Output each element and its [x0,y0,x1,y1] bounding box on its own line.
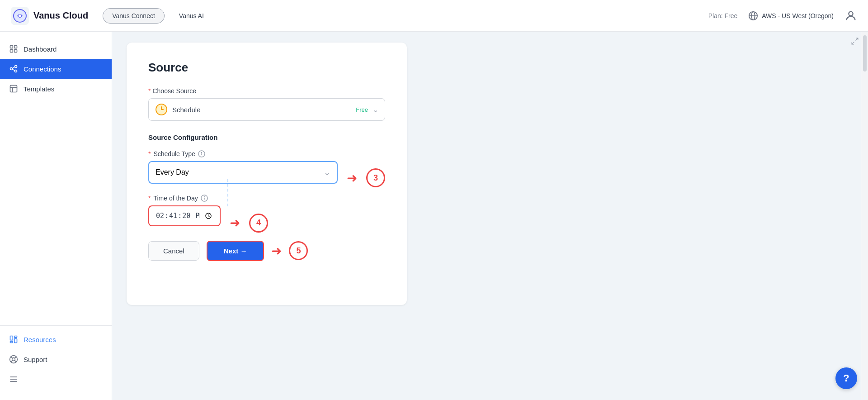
schedule-type-label: Schedule Type [153,150,195,157]
logo-area: Vanus Cloud [11,7,88,25]
choose-source-label-row: * Choose Source [148,87,385,95]
info-icon-time[interactable] [201,195,208,202]
vanus-ai-btn[interactable]: Vanus AI [172,9,211,23]
sidebar-item-connections[interactable]: Connections [0,59,112,79]
menu-icon [9,375,18,384]
svg-point-24 [12,358,15,361]
svg-point-13 [15,70,17,72]
time-label-row: * Time of the Day [148,195,385,202]
sidebar-item-menu[interactable] [0,369,112,389]
logo-icon [11,7,29,25]
schedule-chevron-icon: ⌄ [324,167,330,177]
svg-line-25 [11,357,12,358]
sidebar-item-templates[interactable]: Templates [0,79,112,99]
resources-icon [9,335,18,344]
svg-rect-22 [14,336,17,338]
svg-point-37 [201,152,202,153]
schedule-type-row: Every Day ⌄ ➜ 3 [148,161,385,195]
sidebar-item-support[interactable]: Support [0,349,112,369]
nav-right: Plan: Free AWS - US West (Oregon) [708,10,857,22]
svg-rect-8 [14,46,17,48]
info-icon-schedule[interactable] [198,150,205,157]
main-layout: Dashboard Connections Templates [0,32,868,400]
collapse-handle[interactable] [851,37,859,47]
time-input-wrap[interactable] [148,205,221,226]
section-config-title: Source Configuration [148,133,385,141]
svg-rect-7 [10,46,13,48]
svg-line-32 [856,38,858,40]
sidebar-label-support: Support [24,356,47,363]
sidebar-item-dashboard[interactable]: Dashboard [0,39,112,59]
time-label: Time of the Day [153,195,198,202]
time-input-row: ➜ 4 [148,205,385,241]
sidebar-bottom: Resources Support [0,325,112,393]
scroll-thumb [863,35,867,71]
globe-icon [748,11,758,21]
source-name: Schedule [172,106,351,114]
svg-line-28 [15,357,16,358]
sidebar-label-dashboard: Dashboard [24,45,57,53]
schedule-type-value: Every Day [156,168,189,176]
chevron-down-icon: ⌄ [373,105,378,114]
support-icon [9,355,18,364]
schedule-clock-icon [155,103,168,116]
vanus-connect-btn[interactable]: Vanus Connect [103,8,165,24]
form-actions: Cancel Next → ➜ 5 [148,241,385,261]
svg-line-27 [11,361,12,362]
sidebar-label-connections: Connections [24,65,61,73]
sidebar: Dashboard Connections Templates [0,32,112,400]
svg-line-14 [13,67,15,68]
sidebar-label-resources: Resources [24,336,56,343]
required-star-source: * [148,87,151,95]
dashboard-icon [9,44,18,53]
required-star-time: * [148,195,151,202]
main-panel: Source * Choose Source Schedule Free ⌄ [112,32,861,400]
svg-rect-16 [10,86,17,92]
choose-source-label: Choose Source [152,87,196,95]
help-button[interactable]: ? [835,367,857,389]
svg-point-11 [10,68,13,70]
svg-rect-19 [10,336,13,340]
cancel-button[interactable]: Cancel [148,241,199,261]
next-label: Next → [224,247,247,255]
form-title: Source [148,61,385,75]
annotation-step-3: 3 [366,168,385,187]
next-button[interactable]: Next → [207,241,264,261]
svg-rect-9 [10,50,13,52]
connections-icon [9,64,18,73]
svg-line-33 [852,42,854,44]
annotation-arrow-4: ➜ [230,215,240,230]
required-star-schedule: * [148,150,151,157]
svg-rect-21 [10,341,13,343]
schedule-type-select[interactable]: Every Day ⌄ [148,161,338,184]
source-free-badge: Free [356,106,368,113]
svg-point-40 [204,197,204,197]
time-input[interactable] [156,211,213,221]
svg-point-2 [19,14,21,17]
annotation-arrow-5: ➜ [271,243,282,258]
svg-line-26 [15,361,16,362]
svg-point-6 [849,11,853,15]
user-icon[interactable] [844,10,857,22]
divider-hint [227,179,228,206]
scrollbar[interactable] [861,32,868,400]
annotation-step-4: 4 [249,214,268,233]
sidebar-item-resources[interactable]: Resources [0,329,112,349]
form-card: Source * Choose Source Schedule Free ⌄ [127,43,407,305]
sidebar-label-templates: Templates [24,85,54,93]
source-select-dropdown[interactable]: Schedule Free ⌄ [148,98,385,121]
svg-rect-10 [14,50,17,52]
annotation-step-5: 5 [289,241,308,260]
annotation-arrow-3: ➜ [347,171,357,186]
top-navigation: Vanus Cloud Vanus Connect Vanus AI Plan:… [0,0,868,32]
next-action-group: Next → ➜ 5 [207,241,308,261]
templates-icon [9,84,18,93]
logo-text: Vanus Cloud [33,10,88,21]
svg-line-15 [13,69,15,71]
svg-rect-20 [14,338,17,343]
content-area: Source * Choose Source Schedule Free ⌄ [112,32,868,400]
plan-label: Plan: Free [708,12,738,19]
region-label: AWS - US West (Oregon) [762,12,834,19]
schedule-type-label-row: * Schedule Type [148,150,385,157]
svg-point-12 [15,66,17,68]
